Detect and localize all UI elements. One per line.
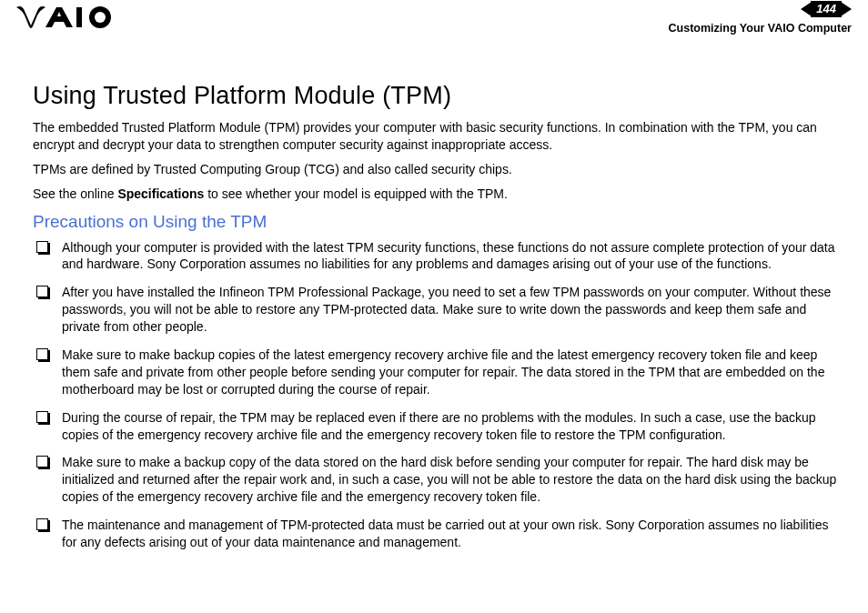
header: 144 Customizing Your VAIO Computer xyxy=(0,0,868,44)
list-item: Make sure to make backup copies of the l… xyxy=(33,347,843,398)
next-page-icon[interactable] xyxy=(841,2,852,16)
list-item: During the course of repair, the TPM may… xyxy=(33,409,843,444)
vaio-logo xyxy=(16,5,116,35)
page-title: Using Trusted Platform Module (TPM) xyxy=(33,82,843,110)
intro-paragraph-2: TPMs are defined by Trusted Computing Gr… xyxy=(33,161,843,178)
precautions-list: Although your computer is provided with … xyxy=(33,239,843,551)
svg-rect-0 xyxy=(76,7,82,27)
intro3-pre: See the online xyxy=(33,186,117,201)
page: 144 Customizing Your VAIO Computer Using… xyxy=(0,0,868,613)
breadcrumb: Customizing Your VAIO Computer xyxy=(669,22,852,35)
intro3-bold: Specifications xyxy=(117,186,204,201)
intro-paragraph-3: See the online Specifications to see whe… xyxy=(33,186,843,203)
subheading: Precautions on Using the TPM xyxy=(33,212,843,232)
list-item: The maintenance and management of TPM-pr… xyxy=(33,517,843,551)
page-indicator: 144 Customizing Your VAIO Computer xyxy=(669,0,852,35)
page-number: 144 xyxy=(811,1,842,17)
content: Using Trusted Platform Module (TPM) The … xyxy=(0,44,868,551)
intro-paragraph-1: The embedded Trusted Platform Module (TP… xyxy=(33,119,843,154)
svg-point-2 xyxy=(95,12,106,23)
list-item: Although your computer is provided with … xyxy=(33,239,843,274)
intro3-post: to see whether your model is equipped wi… xyxy=(204,186,508,201)
list-item: After you have installed the Infineon TP… xyxy=(33,284,843,336)
list-item: Make sure to make a backup copy of the d… xyxy=(33,454,843,506)
